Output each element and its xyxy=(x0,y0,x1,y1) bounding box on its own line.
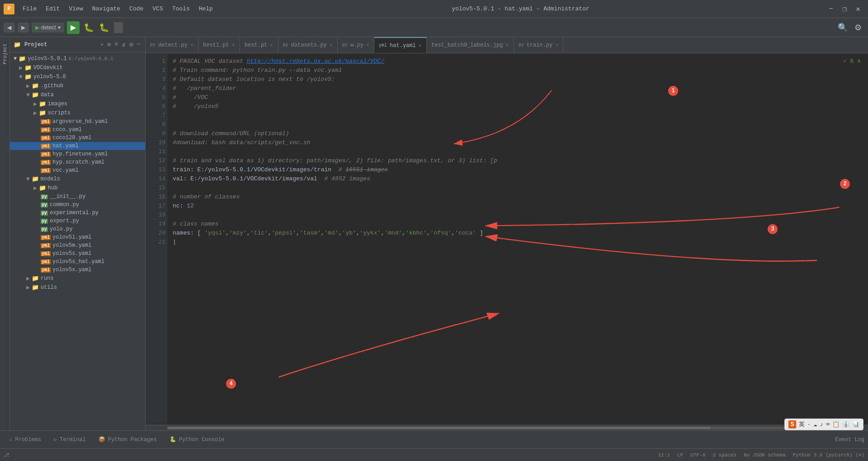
menu-vcs[interactable]: VCS xyxy=(149,4,166,14)
search-button[interactable]: 🔍 xyxy=(836,21,849,34)
tab-train-py-close[interactable]: ✕ xyxy=(555,42,558,48)
menu-help[interactable]: Help xyxy=(195,4,217,14)
menu-edit[interactable]: Edit xyxy=(42,4,63,14)
menu-view[interactable]: View xyxy=(65,4,86,14)
menu-tools[interactable]: Tools xyxy=(169,4,193,14)
statusbar-right: 21:1 LF UTF-8 2 spaces No JSON schema Py… xyxy=(658,452,864,458)
cursor-position: 21:1 xyxy=(658,452,670,458)
code-line-9: # download command/URL (optional) xyxy=(173,129,868,138)
sidebar-item-github[interactable]: ▶ 📁 .github xyxy=(10,81,145,90)
sidebar-item-coco[interactable]: yml coco.yaml xyxy=(10,126,145,134)
sidebar-item-vocdevkit[interactable]: ▶ 📁 VOCdevkit xyxy=(10,63,145,72)
tab-detect-py-close[interactable]: ✕ xyxy=(190,42,193,48)
sidebar-item-common[interactable]: py common.py xyxy=(10,201,145,209)
sidebar-item-yolov5x[interactable]: yml yolov5x.yaml xyxy=(10,266,145,274)
sidebar-item-scripts[interactable]: ▶ 📁 scripts xyxy=(10,108,145,118)
sidebar-item-coco128[interactable]: yml coco128.yaml xyxy=(10,134,145,142)
tab-hat-yaml-close[interactable]: ✕ xyxy=(419,42,422,49)
ime-dot[interactable]: · xyxy=(807,421,811,428)
menu-file[interactable]: File xyxy=(19,4,40,14)
ime-clipboard[interactable]: 📋 xyxy=(832,421,840,428)
tab-test-batch[interactable]: test_batch0_labels.jpg ✕ xyxy=(427,37,514,53)
tab-python-packages[interactable]: 📦 Python Packages xyxy=(93,434,162,445)
maximize-button[interactable]: ❐ xyxy=(838,3,851,15)
ime-chart[interactable]: 📊 xyxy=(852,421,859,428)
app-logo: P xyxy=(4,4,14,14)
sidebar-item-yolov5s-hat[interactable]: yml yolov5s_hat.yaml xyxy=(10,258,145,266)
ime-lang[interactable]: 英 xyxy=(799,420,805,428)
sidebar: 📁 Project ▾ ⊕ ≡ ⇵ ⚙ − ▼ 📁 yolov5-5.0.1 E… xyxy=(10,37,146,430)
scrollbar-thumb[interactable] xyxy=(167,427,711,429)
sidebar-collapse-icon[interactable]: ≡ xyxy=(113,40,119,49)
ime-shirt[interactable]: 👔 xyxy=(842,421,849,428)
sidebar-expand-icon[interactable]: ⇵ xyxy=(121,40,127,49)
vocdevkit-label: VOCdevkit xyxy=(33,65,63,71)
forward-button[interactable]: ▶ xyxy=(18,23,29,33)
sidebar-item-argoverse[interactable]: yml argoverse_hd.yaml xyxy=(10,118,145,126)
menu-navigate[interactable]: Navigate xyxy=(89,4,124,14)
ime-cloud[interactable]: ☁ xyxy=(814,421,817,428)
tab-datasets-py-close[interactable]: ✕ xyxy=(330,42,333,48)
tab-w-py[interactable]: py w.py ✕ xyxy=(338,37,374,53)
sidebar-item-init[interactable]: py __init__.py xyxy=(10,193,145,201)
settings-button[interactable]: ⚙ xyxy=(852,21,864,34)
sidebar-locate-icon[interactable]: ⊕ xyxy=(106,40,112,49)
sidebar-item-yolov5m[interactable]: yml yolov5m.yaml xyxy=(10,241,145,249)
sidebar-item-images[interactable]: ▶ 📁 images xyxy=(10,99,145,108)
project-panel-label[interactable]: Project xyxy=(1,42,9,66)
tab-w-py-icon: py xyxy=(342,42,348,47)
run-button[interactable]: ▶ xyxy=(67,21,80,34)
tab-train-py[interactable]: py train.py ✕ xyxy=(514,37,564,53)
sidebar-minimize-icon[interactable]: − xyxy=(136,40,142,49)
tab-w-py-close[interactable]: ✕ xyxy=(366,42,369,48)
debug-button[interactable]: 🐛 xyxy=(82,21,95,34)
sidebar-item-yolov5[interactable]: ▼ 📁 yolov5-5.0 xyxy=(10,72,145,81)
sidebar-item-hyp-finetune[interactable]: yml hyp.finetune.yaml xyxy=(10,150,145,158)
detect-dropdown[interactable]: ▶ detect ▾ xyxy=(32,23,64,33)
close-button[interactable]: ✕ xyxy=(852,3,864,15)
sidebar-item-data[interactable]: ▼ 📁 data xyxy=(10,90,145,99)
sidebar-item-yolov5s[interactable]: yml yolov5s.yaml xyxy=(10,249,145,258)
tab-python-console[interactable]: 🐍 Python Console xyxy=(164,434,230,445)
tab-best-pt-label: best.pt xyxy=(245,42,267,48)
sidebar-item-yolo[interactable]: py yolo.py xyxy=(10,225,145,233)
sidebar-item-voc[interactable]: yml voc.yaml xyxy=(10,166,145,174)
event-log-label[interactable]: Event Log xyxy=(835,437,864,443)
debug2-button[interactable]: 🐛 xyxy=(98,21,110,34)
tree-root[interactable]: ▼ 📁 yolov5-5.0.1 E:/yolov5-5.0.1 xyxy=(10,54,145,63)
sidebar-item-yolov5l[interactable]: yml yolov5l.yaml xyxy=(10,233,145,241)
sidebar-item-hub[interactable]: ▶ 📁 hub xyxy=(10,183,145,193)
sidebar-item-hat[interactable]: yml hat.yaml xyxy=(10,142,145,150)
statusbar: ⎇ 21:1 LF UTF-8 2 spaces No JSON schema … xyxy=(0,448,868,461)
python-version: Python 3.8 (pytorch) (4) xyxy=(793,452,864,458)
ime-mic[interactable]: ♪ xyxy=(820,421,823,428)
annotation-2: 2 xyxy=(840,179,850,189)
code-content[interactable]: ✓ 6 ∧ # PASCAL VOC dataset http://host.r… xyxy=(167,53,868,425)
tab-best-pt-close[interactable]: ✕ xyxy=(270,42,273,48)
sidebar-settings-icon[interactable]: ⚙ xyxy=(128,40,134,49)
tab-detect-py[interactable]: py detect.py ✕ xyxy=(146,37,198,53)
encoding: UTF-8 xyxy=(690,452,705,458)
tab-datasets-py[interactable]: py datasets.py ✕ xyxy=(278,37,338,53)
sidebar-item-hyp-scratch[interactable]: yml hyp.scratch.yaml xyxy=(10,158,145,166)
tab-terminal[interactable]: ▷ Terminal xyxy=(48,434,91,445)
horizontal-scrollbar[interactable] xyxy=(146,425,868,430)
sidebar-icons: ⊕ ≡ ⇵ ⚙ − xyxy=(106,40,142,49)
menu-code[interactable]: Code xyxy=(126,4,147,14)
back-button[interactable]: ◀ xyxy=(4,23,15,33)
sidebar-item-export[interactable]: py export.py xyxy=(10,217,145,225)
tab-best1-pt[interactable]: best1.pt ✕ xyxy=(198,37,240,53)
tab-hat-yaml[interactable]: yml hat.yaml ✕ xyxy=(374,37,427,53)
ime-keyboard[interactable]: ⌨ xyxy=(826,421,830,428)
sidebar-item-utils[interactable]: ▶ 📁 utils xyxy=(10,283,145,292)
minimize-button[interactable]: − xyxy=(825,3,837,15)
tab-best-pt[interactable]: best.pt ✕ xyxy=(240,37,278,53)
tab-best1-pt-close[interactable]: ✕ xyxy=(232,42,235,48)
json-schema: No JSON schema xyxy=(744,452,785,458)
sidebar-item-runs[interactable]: ▶ 📁 runs xyxy=(10,274,145,283)
tab-problems[interactable]: ⚠ Problems xyxy=(4,434,47,445)
tab-test-batch-close[interactable]: ✕ xyxy=(505,42,509,48)
sidebar-item-experimental[interactable]: py experimental.py xyxy=(10,209,145,217)
code-line-14: val: E:/yolov5-5.0.1/VOCdevkit/images/va… xyxy=(173,174,868,183)
sidebar-item-models[interactable]: ▼ 📁 models xyxy=(10,174,145,183)
